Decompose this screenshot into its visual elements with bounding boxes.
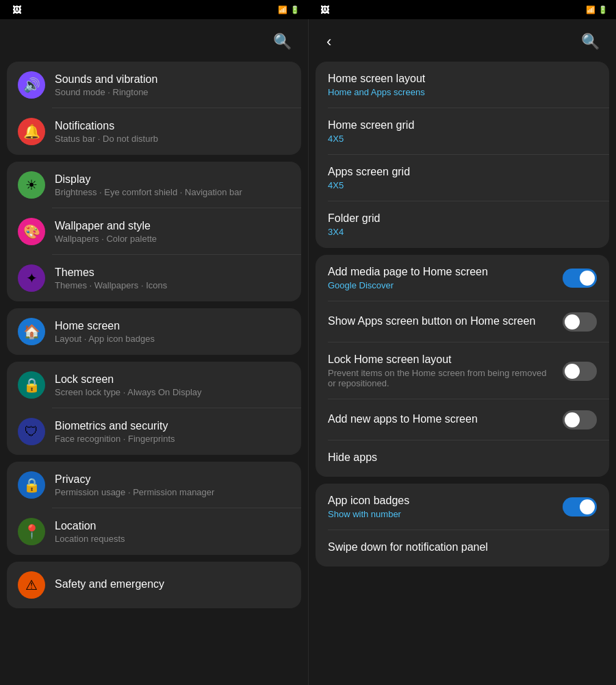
settings-group: 🔒Lock screenScreen lock type · Always On… (7, 362, 301, 455)
settings-item-display[interactable]: ☀DisplayBrightness · Eye comfort shield … (7, 162, 301, 208)
right-gallery-icon: 🖼 (320, 5, 329, 15)
privacy-subtitle: Permission usage · Permission manager (55, 487, 290, 497)
wallpaper-icon: 🎨 (18, 218, 45, 245)
option-group-grid-settings: Home screen layoutHome and Apps screensH… (316, 62, 609, 248)
settings-item-sounds[interactable]: 🔊Sounds and vibrationSound mode · Ringto… (7, 62, 301, 108)
apps-screen-grid-text: Apps screen grid4X5 (328, 166, 597, 190)
right-wifi-icon: 📶 (586, 5, 595, 14)
wallpaper-subtitle: Wallpapers · Color palette (55, 234, 290, 244)
option-item-hide-apps[interactable]: Hide apps (316, 440, 609, 477)
location-subtitle: Location requests (55, 534, 290, 544)
show-apps-button-title: Show Apps screen button on Home screen (328, 315, 556, 327)
folder-grid-subtitle: 3X4 (328, 227, 597, 237)
lock-home-screen-text: Lock Home screen layoutPrevent items on … (328, 353, 556, 388)
option-item-folder-grid[interactable]: Folder grid3X4 (316, 201, 609, 248)
option-item-add-media-page[interactable]: Add media page to Home screenGoogle Disc… (316, 255, 609, 301)
hide-apps-title: Hide apps (328, 451, 597, 464)
add-media-page-subtitle: Google Discover (328, 280, 556, 290)
right-status-bar: 🖼 📶 🔋 (308, 0, 616, 19)
option-item-swipe-down[interactable]: Swipe down for notification panel (316, 530, 609, 566)
show-apps-button-toggle[interactable] (563, 312, 597, 332)
homescreen-title: Home screen (55, 320, 290, 332)
location-icon: 📍 (18, 518, 45, 545)
app-icon-badges-toggle[interactable] (563, 497, 597, 516)
folder-grid-title: Folder grid (328, 212, 597, 225)
sounds-title: Sounds and vibration (55, 73, 290, 86)
home-search-icon: 🔍 (581, 33, 600, 50)
themes-title: Themes (55, 266, 290, 279)
biometrics-subtitle: Face recognition · Fingerprints (55, 434, 290, 444)
back-button[interactable]: ‹ (322, 32, 335, 52)
app-icon-badges-subtitle: Show with number (328, 509, 556, 519)
app-icon-badges-text: App icon badgesShow with number (328, 495, 556, 519)
settings-group: ⚠Safety and emergency (7, 562, 301, 608)
lock-home-screen-toggle[interactable] (563, 362, 597, 381)
settings-group: 🔊Sounds and vibrationSound mode · Ringto… (7, 62, 301, 155)
show-apps-button-text: Show Apps screen button on Home screen (328, 315, 556, 329)
settings-item-privacy[interactable]: 🔒PrivacyPermission usage · Permission ma… (7, 462, 301, 508)
lockscreen-text: Lock screenScreen lock type · Always On … (55, 373, 290, 397)
option-item-home-screen-layout[interactable]: Home screen layoutHome and Apps screens (316, 62, 609, 108)
location-text: LocationLocation requests (55, 520, 290, 544)
add-new-apps-title: Add new apps to Home screen (328, 413, 556, 425)
settings-item-location[interactable]: 📍LocationLocation requests (7, 508, 301, 555)
option-item-home-screen-grid[interactable]: Home screen grid4X5 (316, 108, 609, 155)
biometrics-title: Biometrics and security (55, 420, 290, 432)
home-screen-layout-title: Home screen layout (328, 73, 597, 85)
biometrics-text: Biometrics and securityFace recognition … (55, 420, 290, 444)
option-item-apps-screen-grid[interactable]: Apps screen grid4X5 (316, 155, 609, 201)
home-screen-grid-text: Home screen grid4X5 (328, 119, 597, 144)
home-search-button[interactable]: 🔍 (578, 30, 602, 53)
settings-header: 🔍 (0, 19, 308, 62)
settings-item-themes[interactable]: ✦ThemesThemes · Wallpapers · Icons (7, 255, 301, 301)
sounds-icon: 🔊 (18, 71, 45, 99)
display-subtitle: Brightness · Eye comfort shield · Naviga… (55, 187, 290, 197)
themes-text: ThemesThemes · Wallpapers · Icons (55, 266, 290, 290)
location-title: Location (55, 520, 290, 532)
lockscreen-icon: 🔒 (18, 371, 45, 399)
home-screen-content: Home screen layoutHome and Apps screensH… (309, 62, 616, 685)
wallpaper-text: Wallpaper and styleWallpapers · Color pa… (55, 220, 290, 244)
app-icon-badges-title: App icon badges (328, 495, 556, 507)
add-media-page-text: Add media page to Home screenGoogle Disc… (328, 266, 556, 290)
safety-icon: ⚠ (18, 571, 45, 599)
display-icon: ☀ (18, 171, 45, 199)
settings-item-notifications[interactable]: 🔔NotificationsStatus bar · Do not distur… (7, 108, 301, 155)
add-new-apps-text: Add new apps to Home screen (328, 413, 556, 427)
homescreen-icon: 🏠 (18, 318, 45, 345)
themes-subtitle: Themes · Wallpapers · Icons (55, 280, 290, 290)
option-item-show-apps-button[interactable]: Show Apps screen button on Home screen (316, 301, 609, 342)
home-screen-grid-subtitle: 4X5 (328, 134, 597, 144)
notifications-title: Notifications (55, 120, 290, 132)
option-item-add-new-apps[interactable]: Add new apps to Home screen (316, 399, 609, 440)
settings-group: 🏠Home screenLayout · App icon badges (7, 308, 301, 355)
settings-item-lockscreen[interactable]: 🔒Lock screenScreen lock type · Always On… (7, 362, 301, 408)
display-title: Display (55, 173, 290, 186)
privacy-icon: 🔒 (18, 471, 45, 499)
settings-list: 🔊Sounds and vibrationSound mode · Ringto… (0, 62, 308, 685)
option-item-app-icon-badges[interactable]: App icon badgesShow with number (316, 484, 609, 530)
settings-group: 🔒PrivacyPermission usage · Permission ma… (7, 462, 301, 555)
right-battery: 🔋 (598, 5, 608, 14)
add-media-page-toggle[interactable] (563, 269, 597, 288)
homescreen-subtitle: Layout · App icon badges (55, 334, 290, 344)
settings-item-wallpaper[interactable]: 🎨Wallpaper and styleWallpapers · Color p… (7, 208, 301, 255)
lock-home-screen-title: Lock Home screen layout (328, 353, 556, 366)
safety-title: Safety and emergency (55, 578, 290, 590)
add-new-apps-toggle[interactable] (563, 410, 597, 429)
wallpaper-title: Wallpaper and style (55, 220, 290, 232)
lockscreen-title: Lock screen (55, 373, 290, 386)
settings-search-button[interactable]: 🔍 (270, 30, 294, 53)
lockscreen-subtitle: Screen lock type · Always On Display (55, 387, 290, 397)
settings-item-safety[interactable]: ⚠Safety and emergency (7, 562, 301, 608)
biometrics-icon: 🛡 (18, 418, 45, 445)
homescreen-text: Home screenLayout · App icon badges (55, 320, 290, 344)
option-item-lock-home-screen[interactable]: Lock Home screen layoutPrevent items on … (316, 342, 609, 399)
home-screen-header: ‹ 🔍 (309, 19, 616, 62)
left-battery: 🔋 (290, 5, 300, 14)
swipe-down-text: Swipe down for notification panel (328, 541, 597, 556)
settings-item-biometrics[interactable]: 🛡Biometrics and securityFace recognition… (7, 408, 301, 455)
privacy-text: PrivacyPermission usage · Permission man… (55, 473, 290, 497)
apps-screen-grid-subtitle: 4X5 (328, 180, 597, 190)
settings-item-homescreen[interactable]: 🏠Home screenLayout · App icon badges (7, 308, 301, 355)
